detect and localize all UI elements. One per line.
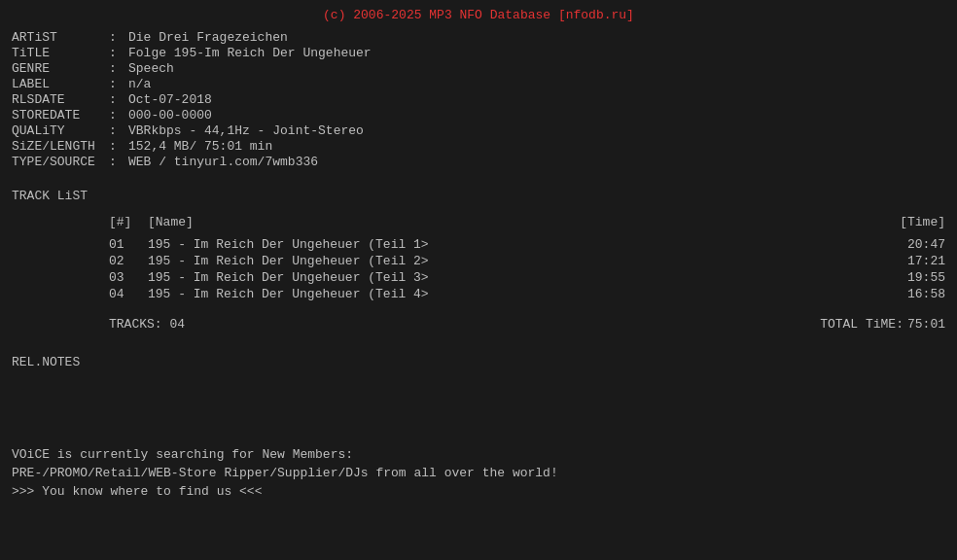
track-num: 01 <box>109 237 148 252</box>
size-row: SiZE/LENGTH : 152,4 MB/ 75:01 min <box>12 139 945 154</box>
title-label: TiTLE <box>12 46 109 60</box>
title-value: Folge 195-Im Reich Der Ungeheuer <box>128 46 372 60</box>
track-name: 195 - Im Reich Der Ungeheuer (Teil 1> <box>148 237 887 252</box>
track-name: 195 - Im Reich Der Ungeheuer (Teil 2> <box>148 254 887 268</box>
label-row: LABEL : n/a <box>12 77 945 91</box>
label-value: n/a <box>128 77 151 91</box>
tracks-count: TRACKS: 04 <box>109 317 820 332</box>
info-block: ARTiST : Die Drei Fragezeichen TiTLE : F… <box>12 30 945 169</box>
quality-row: QUALiTY : VBRkbps - 44,1Hz - Joint-Stere… <box>12 123 945 138</box>
footer-line-3: >>> You know where to find us <<< <box>12 484 945 499</box>
tracklist-title: TRACK LiST <box>12 189 945 203</box>
table-row: 02 195 - Im Reich Der Ungeheuer (Teil 2>… <box>12 254 945 268</box>
header-name: [Name] <box>148 215 887 229</box>
genre-value: Speech <box>128 61 174 76</box>
genre-row: GENRE : Speech <box>12 61 945 76</box>
size-label: SiZE/LENGTH <box>12 139 109 154</box>
total-time: 75:01 <box>907 317 945 332</box>
track-time: 19:55 <box>887 270 945 285</box>
quality-value: VBRkbps - 44,1Hz - Joint-Stereo <box>128 123 364 138</box>
track-time: 16:58 <box>887 287 945 301</box>
table-row: 01 195 - Im Reich Der Ungeheuer (Teil 1>… <box>12 237 945 252</box>
table-row: 03 195 - Im Reich Der Ungeheuer (Teil 3>… <box>12 270 945 285</box>
label-label: LABEL <box>12 77 109 91</box>
size-value: 152,4 MB/ 75:01 min <box>128 139 272 154</box>
storedate-value: 000-00-0000 <box>128 108 212 122</box>
table-row: 04 195 - Im Reich Der Ungeheuer (Teil 4>… <box>12 287 945 301</box>
storedate-label: STOREDATE <box>12 108 109 122</box>
artist-label: ARTiST <box>12 30 109 45</box>
title-row: TiTLE : Folge 195-Im Reich Der Ungeheuer <box>12 46 945 60</box>
track-num: 03 <box>109 270 148 285</box>
total-time-label: TOTAL TiME: <box>820 317 904 332</box>
track-time: 20:47 <box>887 237 945 252</box>
footer-line-2: PRE-/PROMO/Retail/WEB-Store Ripper/Suppl… <box>12 466 945 480</box>
relnotes-title: REL.NOTES <box>12 355 945 369</box>
type-row: TYPE/SOURCE : WEB / tinyurl.com/7wmb336 <box>12 155 945 169</box>
footer-line-1: VOiCE is currently searching for New Mem… <box>12 447 945 462</box>
type-value: WEB / tinyurl.com/7wmb336 <box>128 155 318 169</box>
header-num: [#] <box>109 215 148 229</box>
rlsdate-row: RLSDATE : Oct-07-2018 <box>12 92 945 107</box>
track-num: 02 <box>109 254 148 268</box>
artist-value: Die Drei Fragezeichen <box>128 30 288 45</box>
storedate-row: STOREDATE : 000-00-0000 <box>12 108 945 122</box>
track-num: 04 <box>109 287 148 301</box>
rlsdate-label: RLSDATE <box>12 92 109 107</box>
quality-label: QUALiTY <box>12 123 109 138</box>
track-list-header: [#] [Name] [Time] <box>12 215 945 229</box>
footer: VOiCE is currently searching for New Mem… <box>12 447 945 499</box>
genre-label: GENRE <box>12 61 109 76</box>
relnotes-section: REL.NOTES <box>12 355 945 369</box>
rlsdate-value: Oct-07-2018 <box>128 92 212 107</box>
copyright-text: (c) 2006-2025 MP3 NFO Database [nfodb.ru… <box>12 8 945 22</box>
header: (c) 2006-2025 MP3 NFO Database [nfodb.ru… <box>12 8 945 22</box>
artist-row: ARTiST : Die Drei Fragezeichen <box>12 30 945 45</box>
track-time: 17:21 <box>887 254 945 268</box>
type-label: TYPE/SOURCE <box>12 155 109 169</box>
track-list: [#] [Name] [Time] 01 195 - Im Reich Der … <box>12 215 945 332</box>
track-totals: TRACKS: 04 TOTAL TiME: 75:01 <box>12 317 945 332</box>
header-time: [Time] <box>887 215 945 229</box>
track-name: 195 - Im Reich Der Ungeheuer (Teil 3> <box>148 270 887 285</box>
track-name: 195 - Im Reich Der Ungeheuer (Teil 4> <box>148 287 887 301</box>
